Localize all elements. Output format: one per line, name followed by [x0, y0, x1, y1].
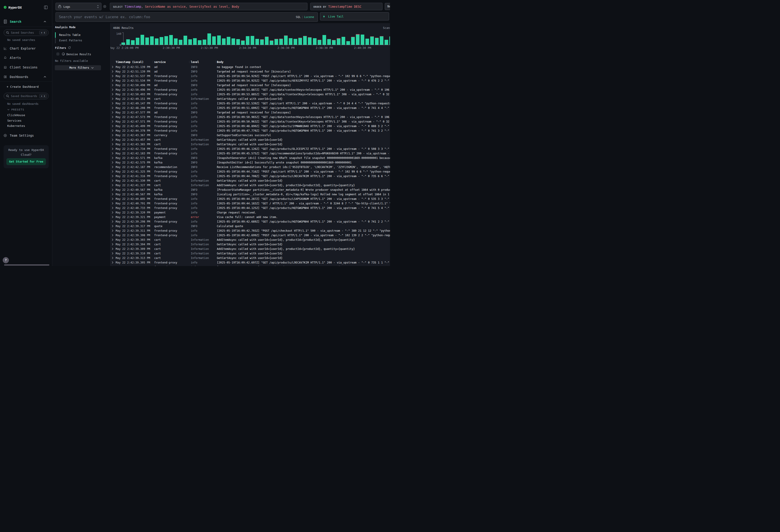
row-expand-chevron-icon[interactable]	[112, 211, 113, 214]
live-tail-button[interactable]: Live Tail	[320, 12, 389, 20]
histogram-bar[interactable]	[227, 37, 230, 45]
events-histogram[interactable]: 140 0 May 22 2:28:00 PM2:30:30 PM2:32:30…	[110, 23, 390, 49]
row-expand-chevron-icon[interactable]	[112, 257, 113, 259]
histogram-bar[interactable]	[361, 35, 364, 45]
row-expand-chevron-icon[interactable]	[112, 134, 113, 136]
table-row[interactable]: May 22 2:42:47.571 PMfrontend-proxyinfo[…	[110, 119, 390, 124]
histogram-bar[interactable]	[155, 38, 158, 45]
preset-kubernetes[interactable]: Kubernetes	[7, 124, 25, 128]
histogram-bar[interactable]	[327, 39, 331, 45]
row-expand-chevron-icon[interactable]	[112, 207, 113, 209]
histogram-bar[interactable]	[203, 40, 206, 45]
histogram-bar[interactable]	[198, 40, 201, 45]
query-language-toggle[interactable]: SQL|Lucene	[296, 15, 314, 19]
histogram-bar[interactable]	[303, 36, 307, 45]
histogram-bar[interactable]	[260, 39, 264, 45]
table-row[interactable]: May 22 2:42:39.308 PMfrontend-proxyinfo[…	[110, 233, 390, 238]
histogram-bar[interactable]	[246, 36, 249, 45]
row-expand-chevron-icon[interactable]	[112, 184, 113, 186]
source-select[interactable]: Logs	[55, 3, 101, 10]
histogram-bar[interactable]	[131, 40, 135, 45]
denoise-checkbox[interactable]	[56, 52, 59, 55]
row-expand-chevron-icon[interactable]	[112, 248, 113, 250]
table-row[interactable]: May 22 2:42:47.577 PMadINFOTargeted ad r…	[110, 110, 390, 115]
table-row[interactable]: May 22 2:42:43.457 PMcartInformationGetC…	[110, 138, 390, 142]
table-row[interactable]: May 22 2:42:40.791 PMfrontend-proxyinfo[…	[110, 201, 390, 206]
histogram-bar[interactable]	[212, 36, 216, 45]
histogram-bar[interactable]	[188, 39, 192, 45]
row-expand-chevron-icon[interactable]	[112, 116, 113, 118]
preset-clickhouse[interactable]: ClickHouse	[7, 113, 25, 117]
histogram-bar[interactable]	[323, 35, 326, 45]
table-row[interactable]: May 22 2:42:39.320 PMpaymentinfoCharge r…	[110, 210, 390, 215]
row-expand-chevron-icon[interactable]	[112, 234, 113, 236]
row-expand-chevron-icon[interactable]	[112, 179, 113, 182]
histogram-bar[interactable]	[270, 41, 273, 45]
sidebar-item-team-settings[interactable]: Team Settings	[0, 132, 52, 139]
histogram-bar[interactable]	[365, 39, 369, 45]
sidebar-item-client-sessions[interactable]: Client Sessions	[0, 64, 52, 71]
row-expand-chevron-icon[interactable]	[112, 70, 113, 73]
row-expand-chevron-icon[interactable]	[112, 120, 113, 123]
histogram-bar[interactable]	[275, 39, 278, 45]
row-expand-chevron-icon[interactable]	[112, 175, 113, 177]
histogram-bar[interactable]	[370, 36, 374, 45]
column-header[interactable]: Body	[217, 60, 224, 64]
row-expand-chevron-icon[interactable]	[112, 143, 113, 146]
histogram-bar[interactable]	[332, 40, 336, 45]
histogram-bar[interactable]	[145, 38, 149, 45]
table-row[interactable]: May 22 2:42:42.183 PMfrontend-proxyinfo[…	[110, 151, 390, 156]
refresh-icon[interactable]	[68, 46, 71, 49]
histogram-bar[interactable]	[279, 39, 283, 45]
row-expand-chevron-icon[interactable]	[112, 98, 113, 100]
table-row[interactable]: May 22 2:42:41.327 PMcartInformationAddI…	[110, 183, 390, 188]
table-row[interactable]: May 22 2:42:42.571 PMkafkaINFO[SnapshotG…	[110, 156, 390, 160]
histogram-bar[interactable]	[169, 35, 173, 45]
source-settings-gear-icon[interactable]	[103, 5, 106, 8]
histogram-bar[interactable]	[174, 38, 178, 45]
sidebar-item-alerts[interactable]: Alerts	[0, 54, 52, 61]
histogram-bar[interactable]	[356, 34, 359, 45]
row-expand-chevron-icon[interactable]	[112, 261, 113, 264]
row-expand-chevron-icon[interactable]	[112, 107, 113, 109]
table-row[interactable]: May 22 2:42:41.325 PMfrontend-proxyinfo[…	[110, 170, 390, 174]
table-row[interactable]: May 22 2:42:39.313 PMcartInformationGetC…	[110, 256, 390, 260]
sidebar-item-chart-explorer[interactable]: Chart Explorer	[0, 45, 52, 52]
saved-dashboards-input[interactable]: Saved Dashboards ⌘ K	[4, 93, 49, 99]
row-expand-chevron-icon[interactable]	[112, 148, 113, 150]
table-row[interactable]: May 22 2:42:44.378 PMfrontend-proxyinfo[…	[110, 129, 390, 133]
sidebar-item-search[interactable]: Search	[0, 18, 52, 25]
row-expand-chevron-icon[interactable]	[112, 111, 113, 114]
column-separator-icon[interactable]: ⋮	[214, 60, 217, 63]
histogram-bar[interactable]	[164, 36, 168, 45]
row-expand-chevron-icon[interactable]	[112, 125, 113, 127]
table-row[interactable]: May 22 2:42:39.317 PMquoteINFOCalculated…	[110, 224, 390, 229]
row-expand-chevron-icon[interactable]	[112, 129, 113, 132]
histogram-bar[interactable]	[193, 38, 197, 45]
table-row[interactable]: May 22 2:42:39.303 PMcartInformationAddI…	[110, 238, 390, 242]
row-expand-chevron-icon[interactable]	[112, 79, 113, 82]
row-expand-chevron-icon[interactable]	[112, 170, 113, 173]
row-expand-chevron-icon[interactable]	[112, 152, 113, 155]
table-row[interactable]: May 22 2:42:39.311 PMfrontend-proxyinfo[…	[110, 229, 390, 233]
sidebar-item-dashboards[interactable]: Dashboards	[0, 74, 52, 80]
row-expand-chevron-icon[interactable]	[112, 220, 113, 223]
row-expand-chevron-icon[interactable]	[112, 239, 113, 241]
create-dashboard-button[interactable]: + Create Dashboard	[7, 85, 39, 88]
row-expand-chevron-icon[interactable]	[112, 202, 113, 205]
row-expand-chevron-icon[interactable]	[112, 161, 113, 164]
denoise-label[interactable]: Denoise Results	[66, 53, 91, 56]
preset-services[interactable]: Services	[7, 119, 21, 122]
more-filters-button[interactable]: More filters	[55, 65, 101, 70]
histogram-bar[interactable]	[385, 40, 388, 45]
histogram-bar[interactable]	[289, 38, 292, 45]
column-header[interactable]: level	[191, 60, 199, 64]
table-row[interactable]: May 22 2:42:39.298 PMfrontend-proxyinfo[…	[110, 220, 390, 224]
row-expand-chevron-icon[interactable]	[112, 93, 113, 95]
column-separator-icon[interactable]: ⋮	[188, 60, 191, 63]
table-row[interactable]: May 22 2:42:42.734 PMfrontend-proxyinfo[…	[110, 147, 390, 151]
row-expand-chevron-icon[interactable]	[112, 84, 113, 86]
histogram-bar[interactable]	[251, 36, 254, 45]
histogram-bar[interactable]	[342, 37, 345, 45]
histogram-bar[interactable]	[294, 39, 297, 45]
